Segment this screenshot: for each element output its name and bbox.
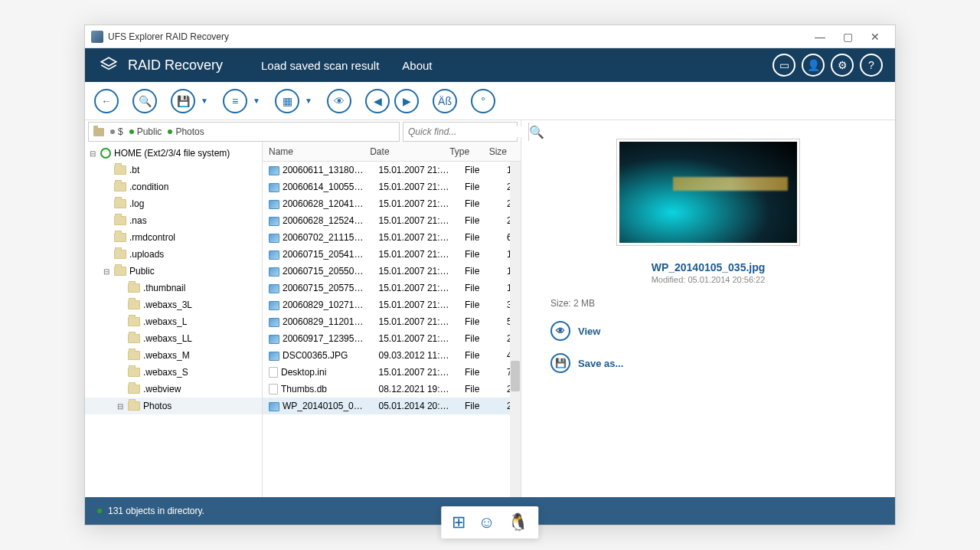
col-size[interactable]: Size — [483, 146, 521, 157]
table-row[interactable]: DSC00365.JPG09.03.2012 11:21:24File4.44 … — [263, 347, 521, 364]
app-icon — [91, 31, 103, 43]
tree-item[interactable]: .condition — [85, 178, 262, 195]
save-as-button[interactable]: 💾 Save as... — [550, 353, 623, 373]
table-row[interactable]: 20060611_131806.JPG15.01.2007 21:23:03Fi… — [263, 162, 521, 178]
table-row[interactable]: 20060829_102716.JPG15.01.2007 21:23:20Fi… — [263, 296, 521, 313]
tree-item[interactable]: .nas — [85, 212, 262, 229]
file-list[interactable]: 20060611_131806.JPG15.01.2007 21:23:03Fi… — [263, 162, 521, 497]
table-row[interactable]: 20060715_205752.jpg15.01.2007 21:23:19Fi… — [263, 280, 521, 296]
list-button[interactable]: ≡ — [223, 89, 247, 113]
eye-icon: 👁 — [550, 321, 570, 341]
binoculars-button[interactable]: 👁 — [327, 89, 351, 113]
tree-item[interactable]: .thumbnail — [85, 280, 262, 296]
tree-item[interactable]: .webaxs_L — [85, 313, 262, 330]
file-list-headers[interactable]: Name Date Type Size — [263, 142, 521, 162]
col-date[interactable]: Date — [364, 146, 443, 157]
table-row[interactable]: Desktop.ini15.01.2007 21:23:23File77 byt… — [263, 364, 521, 381]
os-badge: ⊞ ☺ 🐧 — [441, 506, 538, 539]
tree-item[interactable]: ⊟Public — [85, 263, 262, 280]
next-button[interactable]: ▶ — [394, 89, 419, 113]
status-text: 131 objects in directory. — [108, 506, 204, 516]
table-row[interactable]: 20060628_120416.jpg15.01.2007 21:23:02Fi… — [263, 195, 521, 212]
breadcrumb[interactable]: $ Public Photos — [88, 122, 400, 142]
windows-icon: ⊞ — [452, 512, 466, 532]
tree-item[interactable]: .rmdcontrol — [85, 229, 262, 246]
person-button[interactable]: ° — [471, 89, 495, 113]
table-row[interactable]: 20060715_205416.jpg15.01.2007 21:23:19Fi… — [263, 246, 521, 263]
table-row[interactable]: Thumbs.db08.12.2021 19:25:54File2.11 MB — [263, 381, 521, 398]
menu-about[interactable]: About — [402, 59, 432, 72]
close-button[interactable]: ✕ — [861, 28, 889, 46]
view-button[interactable]: 👁 View — [550, 321, 600, 341]
header-settings-icon[interactable]: ⚙ — [831, 54, 854, 77]
table-row[interactable]: 20060614_100554.jpg15.01.2007 21:23:04Fi… — [263, 178, 521, 195]
tree-item[interactable]: .bt — [85, 162, 262, 178]
brand-label: RAID Recovery — [128, 57, 223, 74]
preview-panel: WP_20140105_035.jpg Modified: 05.01.2014… — [521, 120, 895, 497]
tree-item[interactable]: .uploads — [85, 246, 262, 263]
table-row[interactable]: 20060715_205506.jpg15.01.2007 21:23:19Fi… — [263, 263, 521, 280]
preview-image — [616, 139, 800, 246]
app-title: UFS Explorer RAID Recovery — [108, 31, 229, 42]
back-button[interactable]: ← — [94, 89, 119, 113]
header-user-icon[interactable]: 👤 — [802, 54, 825, 77]
minimize-button[interactable]: ― — [806, 28, 834, 46]
maximize-button[interactable]: ▢ — [834, 28, 861, 46]
titlebar: UFS Explorer RAID Recovery ― ▢ ✕ — [85, 25, 895, 48]
scroll-thumb[interactable] — [511, 361, 520, 391]
quick-find: 🔍 — [403, 122, 518, 142]
search-button[interactable]: 🔍 — [132, 89, 157, 113]
status-dot-icon — [97, 509, 102, 513]
path-seg-0[interactable]: $ — [118, 126, 123, 137]
prev-button[interactable]: ◀ — [365, 89, 390, 113]
menu-load-saved[interactable]: Load saved scan result — [261, 59, 379, 72]
linux-icon: 🐧 — [508, 512, 528, 532]
preview-modified: Modified: 05.01.2014 20:56:22 — [652, 275, 766, 284]
col-name[interactable]: Name — [263, 146, 364, 157]
grid-dropdown-icon[interactable]: ▼ — [304, 97, 313, 105]
tree-item[interactable]: ⊟Photos — [85, 398, 262, 414]
quick-find-input[interactable] — [403, 126, 528, 137]
tree-item[interactable]: ⊟HOME (Ext2/3/4 file system) — [85, 145, 262, 162]
path-seg-2[interactable]: Photos — [175, 126, 204, 137]
header-card-icon[interactable]: ▭ — [773, 54, 795, 77]
table-row[interactable]: 20060917_123954.JPG15.01.2007 21:23:23Fi… — [263, 330, 521, 347]
table-row[interactable]: 20060829_112016.JPG15.01.2007 21:23:20Fi… — [263, 313, 521, 330]
col-type[interactable]: Type — [443, 146, 483, 157]
disk-icon: 💾 — [550, 353, 570, 373]
tree-item[interactable]: .webview — [85, 381, 262, 398]
table-row[interactable]: WP_20140105_035.jpg05.01.2014 20:56:22Fi… — [263, 398, 521, 414]
tree-item[interactable]: .webaxs_S — [85, 364, 262, 381]
save-dropdown-icon[interactable]: ▼ — [200, 97, 209, 105]
tree-item[interactable]: .webaxs_M — [85, 347, 262, 364]
grid-button[interactable]: ▦ — [275, 89, 299, 113]
folder-tree[interactable]: ⊟HOME (Ext2/3/4 file system).bt.conditio… — [85, 142, 263, 497]
table-row[interactable]: 20060702_211152.JPG15.01.2007 21:23:19Fi… — [263, 229, 521, 246]
toolbar: ← 🔍 💾 ▼ ≡ ▼ ▦ ▼ 👁 ◀ ▶ Äß ° — [85, 82, 895, 120]
list-dropdown-icon[interactable]: ▼ — [252, 97, 261, 105]
scrollbar[interactable] — [510, 162, 521, 497]
mac-icon: ☺ — [478, 512, 495, 532]
table-row[interactable]: 20060628_1252462.jpg15.01.2007 21:23:18F… — [263, 212, 521, 229]
preview-size: Size: 2 MB — [550, 298, 595, 309]
logo-icon — [97, 54, 120, 77]
preview-filename: WP_20140105_035.jpg — [652, 261, 766, 273]
header-help-icon[interactable]: ? — [860, 54, 883, 77]
folder-icon — [93, 128, 104, 136]
path-seg-1[interactable]: Public — [137, 126, 162, 137]
tree-item[interactable]: .log — [85, 195, 262, 212]
tree-item[interactable]: .webaxs_3L — [85, 296, 262, 313]
save-button[interactable]: 💾 — [171, 89, 195, 113]
encoding-button[interactable]: Äß — [433, 89, 457, 113]
app-header: RAID Recovery Load saved scan result Abo… — [85, 48, 895, 82]
tree-item[interactable]: .webaxs_LL — [85, 330, 262, 347]
